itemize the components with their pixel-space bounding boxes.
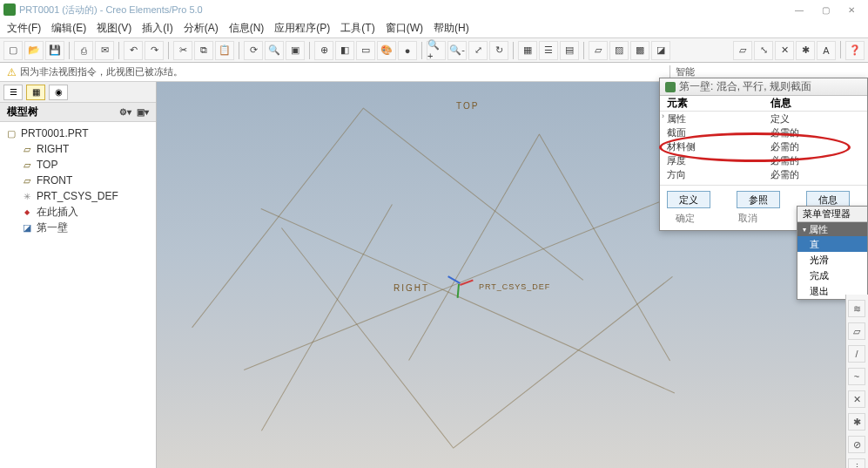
menu-manager-title[interactable]: 菜单管理器 [797, 207, 867, 222]
spin-center-button[interactable]: ⊕ [314, 41, 333, 60]
ok-label: 确定 [667, 212, 703, 225]
dialog-row-direction[interactable]: 方向必需的 [660, 167, 867, 181]
tree-node-top[interactable]: ▱TOP [5, 157, 151, 173]
tree-title: 模型树 [7, 105, 38, 119]
nohidden-button[interactable]: ▩ [630, 41, 649, 60]
window-title: PRT0001 (活动的) - Creo Elements/Pro 5.0 [19, 3, 203, 17]
menu-app[interactable]: 应用程序(P) [273, 21, 332, 36]
appearance-button[interactable]: 🎨 [377, 41, 396, 60]
cut-button[interactable]: ✂ [173, 41, 192, 60]
wireframe-button[interactable]: ▱ [589, 41, 608, 60]
smart-filter-label[interactable]: 智能 [670, 65, 861, 78]
redo-button[interactable]: ↷ [145, 41, 164, 60]
view-mgr-button[interactable]: ▤ [560, 41, 579, 60]
menu-view[interactable]: 视图(V) [95, 21, 133, 36]
paste-button[interactable]: 📋 [215, 41, 234, 60]
tree-tab-3[interactable]: ◉ [49, 85, 68, 100]
side-toolbar: ≋ ▱ / ~ ✕ ✱ ⊘ ⋮ [845, 295, 868, 468]
datum-axis-button[interactable]: ⤡ [754, 41, 773, 60]
tree-node-front[interactable]: ▱FRONT [5, 173, 151, 188]
close-button[interactable]: ✕ [838, 1, 865, 18]
menu-manager-section[interactable]: 属性 [797, 222, 867, 236]
menu-help[interactable]: 帮助(H) [432, 21, 471, 36]
side-tool-3[interactable]: ~ [848, 368, 865, 385]
layer-button[interactable]: ☰ [539, 41, 558, 60]
tree-node-right[interactable]: ▱RIGHT [5, 141, 151, 157]
menu-analysis[interactable]: 分析(A) [182, 21, 220, 36]
tree-toolbar: ☰ ▦ ◉ [0, 82, 156, 103]
save-button[interactable]: 💾 [45, 41, 64, 60]
dialog-col-element: 元素 [660, 96, 764, 111]
undo-button[interactable]: ↶ [124, 41, 143, 60]
define-button[interactable]: 定义 [667, 191, 710, 208]
menu-edit[interactable]: 编辑(E) [50, 21, 88, 36]
reference-button[interactable]: 参照 [737, 191, 780, 208]
model-tree-panel: ☰ ▦ ◉ 模型树 ⚙▾ ▣▾ ▢PRT0001.PRT ▱RIGHT ▱TOP… [0, 82, 157, 468]
menu-info[interactable]: 信息(N) [227, 21, 266, 36]
menu-item-smooth[interactable]: 光滑 [797, 252, 867, 268]
menu-item-straight[interactable]: 直 [797, 236, 867, 252]
minimize-button[interactable]: — [786, 1, 812, 18]
menubar: 文件(F) 编辑(E) 视图(V) 插入(I) 分析(A) 信息(N) 应用程序… [0, 19, 868, 38]
refit-button[interactable]: ⤢ [468, 41, 488, 60]
dialog-title: 第一壁: 混合, 平行, 规则截面 [679, 79, 811, 94]
dialog-icon [665, 82, 676, 92]
side-tool-7[interactable]: ⋮ [848, 458, 865, 468]
toolbar: ▢ 📂 💾 ⎙ ✉ ↶ ↷ ✂ ⧉ 📋 ⟳ 🔍 ▣ ⊕ ◧ ▭ 🎨 ● 🔍+ 🔍… [0, 38, 868, 63]
search-button[interactable]: 🔍 [265, 41, 284, 60]
new-button[interactable]: ▢ [3, 41, 23, 60]
regen-button[interactable]: ⟳ [244, 41, 263, 60]
mail-button[interactable]: ✉ [95, 41, 114, 60]
side-tool-6[interactable]: ⊘ [848, 436, 865, 453]
tree-node-insert[interactable]: ◆在此插入 [5, 204, 151, 220]
orient-button[interactable]: ◧ [335, 41, 354, 60]
side-tool-1[interactable]: ▱ [848, 322, 865, 340]
dialog-row-attr[interactable]: ›属性定义 [660, 112, 867, 125]
datum-plane-button[interactable]: ▱ [733, 41, 752, 60]
datum-csys-button[interactable]: ✱ [796, 41, 815, 60]
datum-point-button[interactable]: ✕ [775, 41, 794, 60]
zoom-out-button[interactable]: 🔍- [447, 41, 467, 60]
shade-button[interactable]: ◪ [651, 41, 670, 60]
menu-window[interactable]: 窗口(W) [384, 21, 425, 36]
top-plane-label: TOP [456, 101, 479, 111]
tree-root[interactable]: ▢PRT0001.PRT [5, 125, 151, 141]
dialog-row-section[interactable]: 截面必需的 [660, 125, 867, 139]
saved-view-button[interactable]: ▦ [518, 41, 537, 60]
print-button[interactable]: ⎙ [74, 41, 93, 60]
reorient-button[interactable]: ↻ [489, 41, 508, 60]
right-plane-label: RIGHT [394, 283, 429, 293]
model-tree[interactable]: ▢PRT0001.PRT ▱RIGHT ▱TOP ▱FRONT ✳PRT_CSY… [0, 122, 156, 468]
view-button[interactable]: ▭ [356, 41, 375, 60]
help-button[interactable]: ❓ [845, 41, 865, 60]
tree-header: 模型树 ⚙▾ ▣▾ [0, 103, 156, 122]
zoom-in-button[interactable]: 🔍+ [427, 41, 446, 60]
copy-button[interactable]: ⧉ [194, 41, 213, 60]
side-tool-0[interactable]: ≋ [848, 300, 865, 317]
menu-file[interactable]: 文件(F) [5, 21, 43, 36]
menu-manager: 菜单管理器 属性 直 光滑 完成 退出 [797, 206, 868, 300]
side-tool-2[interactable]: / [848, 345, 865, 363]
hidden-button[interactable]: ▨ [609, 41, 629, 60]
side-tool-5[interactable]: ✱ [848, 413, 865, 431]
csys-label: PRT_CSYS_DEF [479, 282, 550, 291]
warning-icon: ⚠ [7, 66, 17, 78]
tree-show-icon[interactable]: ▣▾ [137, 107, 149, 117]
tree-settings-icon[interactable]: ⚙▾ [119, 107, 131, 117]
dialog-row-matside[interactable]: 材料侧必需的 [660, 139, 867, 153]
dialog-row-thickness[interactable]: 厚度必需的 [660, 153, 867, 167]
style-button[interactable]: ● [398, 41, 417, 60]
open-button[interactable]: 📂 [24, 41, 44, 60]
maximize-button[interactable]: ▢ [812, 1, 838, 18]
side-tool-4[interactable]: ✕ [848, 390, 865, 408]
tree-tab-1[interactable]: ☰ [3, 85, 23, 100]
menu-tools[interactable]: 工具(T) [339, 21, 376, 36]
menu-insert[interactable]: 插入(I) [140, 21, 174, 36]
tree-node-feature[interactable]: ◪第一壁 [5, 220, 151, 235]
annotate-button[interactable]: A [817, 41, 836, 60]
dialog-titlebar[interactable]: 第一壁: 混合, 平行, 规则截面 [660, 78, 867, 96]
tree-tab-2[interactable]: ▦ [26, 85, 45, 100]
tree-node-csys[interactable]: ✳PRT_CSYS_DEF [5, 188, 151, 204]
menu-item-done[interactable]: 完成 [797, 268, 867, 283]
select-button[interactable]: ▣ [286, 41, 305, 60]
